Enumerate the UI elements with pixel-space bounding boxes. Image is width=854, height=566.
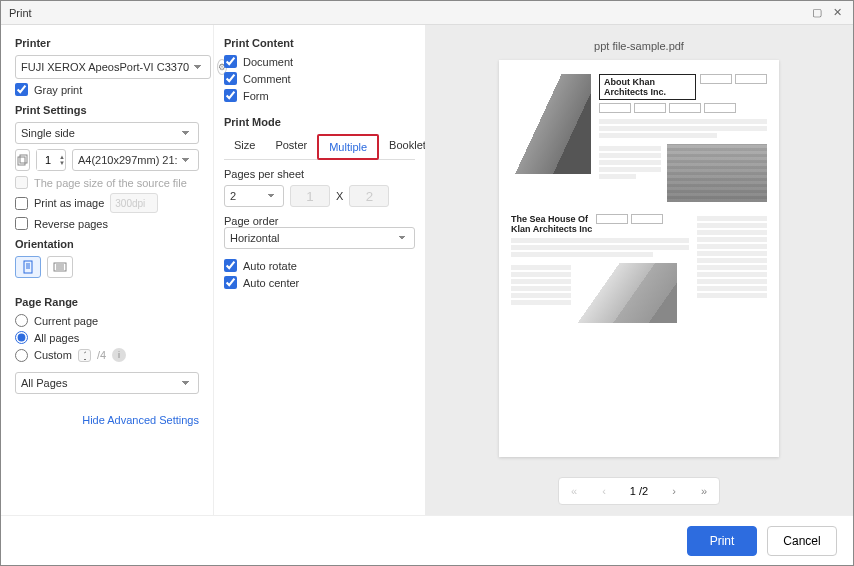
pages-per-sheet-label: Pages per sheet <box>224 168 415 180</box>
preview-image-building3 <box>577 263 677 323</box>
gray-print-checkbox[interactable] <box>15 83 28 96</box>
pager-last-button[interactable]: » <box>689 478 719 504</box>
print-button[interactable]: Print <box>687 526 757 556</box>
info-icon[interactable]: i <box>112 348 126 362</box>
content-document-label: Document <box>243 56 293 68</box>
auto-rotate-label: Auto rotate <box>243 260 297 272</box>
content-document-checkbox[interactable] <box>224 55 237 68</box>
auto-rotate-checkbox[interactable] <box>224 259 237 272</box>
dpi-input: 300dpi <box>110 193 158 213</box>
print-content-label: Print Content <box>224 37 415 49</box>
print-mode-tabs: Size Poster Multiple Booklet <box>224 134 415 160</box>
preview-heading2b: Klan Architects Inc <box>511 224 592 234</box>
custom-range-suffix: /4 <box>97 349 106 361</box>
auto-center-checkbox[interactable] <box>224 276 237 289</box>
maximize-button[interactable]: ▢ <box>809 5 825 21</box>
preview-image-building1 <box>511 74 591 174</box>
custom-range-label: Custom <box>34 349 72 361</box>
copies-input[interactable] <box>37 150 59 170</box>
print-mode-label: Print Mode <box>224 116 415 128</box>
orientation-landscape-button[interactable] <box>47 256 73 278</box>
left-panel: Printer FUJI XEROX ApeosPort-VI C3370 ⚙ … <box>1 25 213 515</box>
content-comment-label: Comment <box>243 73 291 85</box>
tab-size[interactable]: Size <box>224 134 265 159</box>
copies-icon <box>15 149 30 171</box>
page-subset-select[interactable]: All Pages <box>15 372 199 394</box>
svg-rect-0 <box>18 157 25 165</box>
grid-rows-input <box>349 185 389 207</box>
source-size-checkbox <box>15 176 28 189</box>
content-form-checkbox[interactable] <box>224 89 237 102</box>
print-as-image-checkbox[interactable] <box>15 197 28 210</box>
close-button[interactable]: ✕ <box>829 5 845 21</box>
preview-heading2a: The Sea House Of <box>511 214 592 224</box>
source-size-label: The page size of the source file <box>34 177 187 189</box>
dialog-footer: Print Cancel <box>1 515 853 565</box>
current-page-radio[interactable] <box>15 314 28 327</box>
preview-pager: « ‹ 1 /2 › » <box>558 477 720 505</box>
preview-image-building2 <box>667 144 767 202</box>
printer-select[interactable]: FUJI XEROX ApeosPort-VI C3370 <box>15 55 211 79</box>
current-page-label: Current page <box>34 315 98 327</box>
reverse-pages-checkbox[interactable] <box>15 217 28 230</box>
tab-poster[interactable]: Poster <box>265 134 317 159</box>
all-pages-label: All pages <box>34 332 79 344</box>
preview-page: About Khan Architects Inc. <box>499 60 779 457</box>
gray-print-label: Gray print <box>34 84 82 96</box>
hide-advanced-link[interactable]: Hide Advanced Settings <box>15 414 199 426</box>
content-form-label: Form <box>243 90 269 102</box>
page-range-label: Page Range <box>15 296 199 308</box>
pages-per-sheet-select[interactable]: 2 <box>224 185 284 207</box>
page-order-label: Page order <box>224 215 415 227</box>
tab-multiple[interactable]: Multiple <box>317 134 379 160</box>
pager-page-indicator: 1 /2 <box>619 485 659 497</box>
auto-center-label: Auto center <box>243 277 299 289</box>
printer-section-label: Printer <box>15 37 199 49</box>
preview-heading1: About Khan Architects Inc. <box>599 74 696 100</box>
copies-stepper[interactable]: ▲▼ <box>36 149 66 171</box>
orientation-label: Orientation <box>15 238 199 250</box>
pager-prev-button[interactable]: ‹ <box>589 478 619 504</box>
custom-range-radio[interactable] <box>15 349 28 362</box>
pager-first-button[interactable]: « <box>559 478 589 504</box>
preview-badges <box>700 74 767 84</box>
titlebar: Print ▢ ✕ <box>1 1 853 25</box>
cancel-button[interactable]: Cancel <box>767 526 837 556</box>
page-order-select[interactable]: Horizontal <box>224 227 415 249</box>
svg-rect-2 <box>24 261 32 273</box>
print-settings-label: Print Settings <box>15 104 199 116</box>
print-as-image-label: Print as image <box>34 197 104 209</box>
svg-rect-1 <box>20 155 27 163</box>
preview-panel: ppt file-sample.pdf About Khan Architect… <box>425 25 853 515</box>
grid-separator: X <box>336 190 343 202</box>
window-title: Print <box>9 7 32 19</box>
paper-size-select[interactable]: A4(210x297mm) 21: <box>72 149 199 171</box>
custom-range-input[interactable] <box>78 349 91 362</box>
grid-cols-input <box>290 185 330 207</box>
orientation-portrait-button[interactable] <box>15 256 41 278</box>
preview-filename: ppt file-sample.pdf <box>594 40 684 52</box>
pager-next-button[interactable]: › <box>659 478 689 504</box>
reverse-pages-label: Reverse pages <box>34 218 108 230</box>
all-pages-radio[interactable] <box>15 331 28 344</box>
content-comment-checkbox[interactable] <box>224 72 237 85</box>
middle-panel: Print Content Document Comment Form Prin… <box>213 25 425 515</box>
duplex-select[interactable]: Single side <box>15 122 199 144</box>
